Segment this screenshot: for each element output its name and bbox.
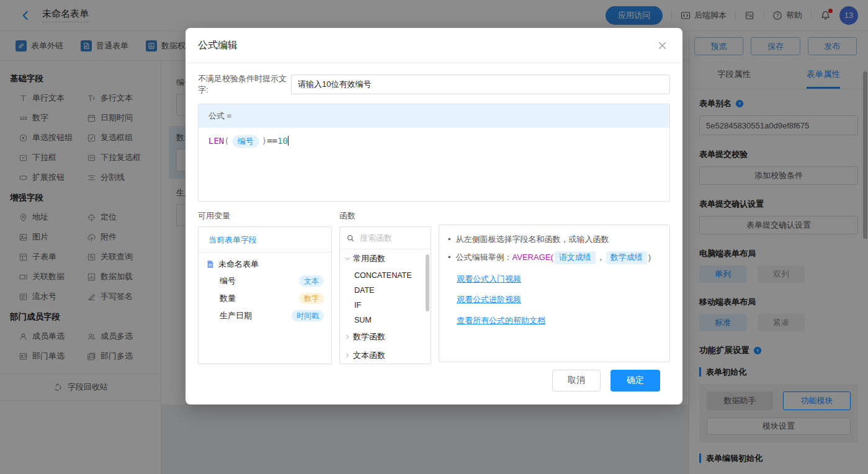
formula-paren: ( [224, 136, 229, 146]
formula-paren: ) [262, 136, 267, 146]
help-bullet-example: • 公式编辑举例：AVERAGE(语文成绩，数学成绩) [448, 251, 661, 264]
function-item-concatenate[interactable]: CONCATENATE [340, 268, 431, 283]
formula-variable-chip[interactable]: 编号 [232, 135, 259, 148]
type-badge-timestamp: 时间戳 [292, 310, 324, 321]
formula-edit-dialog: 公式编辑 不满足校验条件时提示文字: 公式 = LEN(编号)==10 可用变量 [186, 28, 682, 405]
file-icon [206, 260, 215, 269]
chevron-down-icon [344, 255, 351, 262]
variable-row-quantity[interactable]: 数量 数字 [199, 290, 331, 307]
formula-helper-panels: 可用变量 当前表单字段 未命名表单 编号 文本 [198, 210, 670, 364]
dialog-title: 公式编辑 [198, 39, 238, 52]
example-variable-chip: 数学成绩 [606, 251, 647, 264]
validation-prompt-input[interactable] [291, 74, 670, 94]
dialog-header: 公式编辑 [186, 28, 682, 63]
help-bullet-1: • 从左侧面板选择字段名和函数，或输入函数 [448, 233, 661, 246]
function-group-math[interactable]: 数学函数 [340, 328, 431, 346]
confirm-button[interactable]: 确定 [611, 370, 660, 391]
function-group-common[interactable]: 常用函数 [340, 249, 431, 268]
function-search-input[interactable] [359, 233, 424, 243]
chevron-right-icon [344, 333, 351, 341]
functions-column: 函数 常用函数 CONCATENATE DATE IF SU [339, 210, 431, 364]
example-variable-chip: 语文成绩 [555, 251, 596, 264]
variables-column: 可用变量 当前表单字段 未命名表单 编号 文本 [198, 210, 332, 364]
chevron-right-icon [344, 352, 351, 359]
dialog-footer: 取消 确定 [198, 364, 670, 406]
text-cursor [288, 136, 289, 146]
variables-form-node[interactable]: 未命名表单 [199, 253, 331, 272]
search-icon [346, 234, 355, 243]
help-links: 观看公式入门视频 观看公式进阶视频 查看所有公式的帮助文档 [457, 273, 661, 328]
formula-number-token: 10 [277, 136, 288, 146]
type-badge-text: 文本 [299, 275, 324, 287]
help-spacer [439, 210, 670, 220]
variables-label: 可用变量 [198, 210, 332, 221]
function-group-text[interactable]: 文本函数 [340, 346, 431, 364]
link-formula-docs[interactable]: 查看所有公式的帮助文档 [457, 315, 661, 328]
functions-scrollbar[interactable] [426, 254, 429, 311]
dialog-body: 不满足校验条件时提示文字: 公式 = LEN(编号)==10 可用变量 当前表单… [186, 63, 682, 406]
formula-header: 公式 = [199, 104, 669, 128]
functions-label: 函数 [339, 210, 431, 221]
function-search [340, 227, 431, 249]
formula-input-area[interactable]: LEN(编号)==10 [199, 128, 669, 201]
formula-operator-token: == [267, 136, 277, 146]
cancel-button[interactable]: 取消 [552, 370, 601, 391]
type-badge-number: 数字 [299, 293, 324, 304]
variable-row-number-id[interactable]: 编号 文本 [199, 272, 331, 290]
validation-prompt-label: 不满足校验条件时提示文字: [198, 73, 291, 96]
link-formula-advanced-video[interactable]: 观看公式进阶视频 [457, 293, 661, 306]
link-formula-intro-video[interactable]: 观看公式入门视频 [457, 273, 661, 286]
help-box: • 从左侧面板选择字段名和函数，或输入函数 • 公式编辑举例：AVERAGE(语… [439, 225, 670, 362]
current-form-fields-tab[interactable]: 当前表单字段 [208, 235, 257, 244]
variables-tabrow: 当前表单字段 [199, 227, 331, 253]
functions-box: 常用函数 CONCATENATE DATE IF SUM 数学函数 文本函数 [339, 226, 431, 364]
function-item-date[interactable]: DATE [340, 283, 431, 298]
function-item-sum[interactable]: SUM [340, 313, 431, 328]
close-icon[interactable] [657, 40, 668, 51]
formula-editor: 公式 = LEN(编号)==10 [198, 104, 670, 202]
validation-prompt-row: 不满足校验条件时提示文字: [198, 73, 670, 96]
form-designer-app: 未命名表单 应用访问 后端脚本 A ? 帮助 13 [0, 0, 868, 474]
formula-function-token: LEN [208, 136, 224, 146]
variables-box: 当前表单字段 未命名表单 编号 文本 数量 数字 [198, 226, 332, 364]
example-function: AVERAGE( [512, 253, 553, 262]
variable-row-production-date[interactable]: 生产日期 时间戳 [199, 307, 331, 324]
function-item-if[interactable]: IF [340, 298, 431, 313]
help-column: • 从左侧面板选择字段名和函数，或输入函数 • 公式编辑举例：AVERAGE(语… [439, 210, 670, 364]
